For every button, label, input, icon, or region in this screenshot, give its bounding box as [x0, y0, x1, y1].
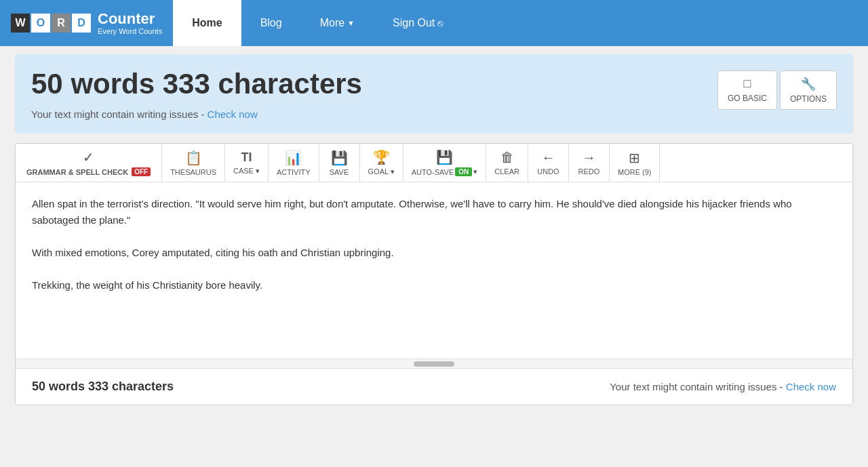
nav-more[interactable]: More ▼ [301, 0, 374, 46]
editor-container: ✓ GRAMMAR & SPELL CHECK OFF 📋 THESAURUS … [15, 143, 853, 405]
text-paragraph-5: Trekking, the weight of his Christianity… [32, 277, 836, 293]
bottom-stats: 50 words 333 characters [32, 380, 174, 394]
grid-icon: ⊞ [629, 150, 640, 166]
goal-icon: 🏆 [373, 149, 390, 165]
logo-tile-d: D [72, 14, 91, 33]
navigation: W O R D Counter Every Word Counts Home B… [0, 0, 868, 46]
stats-content: 50 words 333 characters Your text might … [31, 68, 362, 120]
trash-icon: 🗑 [500, 150, 514, 165]
logo-box: W O R D Counter Every Word Counts [11, 11, 162, 35]
logo-tagline: Every Word Counts [98, 27, 162, 35]
logo-tile-r: R [52, 14, 71, 33]
bottom-issues: Your text might contain writing issues -… [610, 381, 836, 392]
scrollbar-area [16, 359, 852, 368]
issues-prefix: Your text might contain writing issues - [31, 108, 208, 120]
options-button[interactable]: 🔧 OPTIONS [780, 70, 837, 110]
nav-blog[interactable]: Blog [241, 0, 301, 46]
toolbar: ✓ GRAMMAR & SPELL CHECK OFF 📋 THESAURUS … [16, 144, 852, 182]
case-button[interactable]: TI CASE ▾ [225, 144, 269, 182]
redo-icon: → [582, 150, 595, 165]
thesaurus-button[interactable]: 📋 THESAURUS [162, 144, 225, 182]
bottom-bar: 50 words 333 characters Your text might … [16, 368, 852, 405]
logo-counter: Counter [98, 11, 162, 27]
go-basic-label: GO BASIC [728, 94, 767, 103]
case-label-text: CASE ▾ [233, 167, 260, 176]
text-paragraph-2 [32, 228, 836, 245]
clear-button[interactable]: 🗑 CLEAR [486, 144, 528, 182]
stats-panel: 50 words 333 characters Your text might … [15, 54, 853, 134]
save-icon: 💾 [331, 150, 348, 166]
goal-button[interactable]: 🏆 GOAL ▾ [360, 144, 403, 182]
nav-signout[interactable]: Sign Out ⎋ [374, 0, 462, 46]
grammar-off-badge: OFF [132, 167, 151, 176]
text-content[interactable]: Allen spat in the terrorist's direction.… [16, 182, 852, 359]
check-now-link[interactable]: Check now [208, 108, 258, 120]
autosave-icon: 💾 [436, 149, 453, 165]
scrollbar-handle[interactable] [414, 361, 454, 367]
nav-home[interactable]: Home [173, 0, 241, 46]
case-icon: TI [241, 150, 252, 165]
checkmark-icon: ✓ [83, 149, 94, 165]
autosave-button[interactable]: 💾 AUTO-SAVE ON ▾ [403, 144, 487, 182]
options-icon: 🔧 [801, 77, 816, 92]
text-paragraph-4 [32, 261, 836, 277]
goal-label-text: GOAL ▾ [368, 167, 395, 176]
stats-actions: □ GO BASIC 🔧 OPTIONS [717, 70, 837, 110]
go-basic-button[interactable]: □ GO BASIC [717, 70, 777, 110]
logo-text: Counter Every Word Counts [98, 11, 162, 35]
nav-links: Home Blog More ▼ Sign Out ⎋ [173, 0, 462, 46]
thesaurus-icon: 📋 [185, 150, 202, 166]
grammar-spell-check-button[interactable]: ✓ GRAMMAR & SPELL CHECK OFF [16, 144, 162, 182]
more-tools-button[interactable]: ⊞ MORE (9) [610, 144, 660, 182]
undo-icon: ← [541, 150, 555, 165]
autosave-label: AUTO-SAVE ON ▾ [412, 167, 478, 176]
autosave-arrow: ▾ [473, 167, 477, 176]
logo-tile-o: O [31, 14, 50, 33]
stats-subtext: Your text might contain writing issues -… [31, 108, 362, 120]
text-paragraph-3: With mixed emotions, Corey amputated, ci… [32, 245, 836, 261]
activity-button[interactable]: 📊 ACTIVITY [269, 144, 319, 182]
autosave-on-badge: ON [455, 167, 472, 176]
logo-link[interactable]: W O R D Counter Every Word Counts [0, 0, 173, 46]
redo-button[interactable]: → REDO [569, 144, 610, 182]
go-basic-icon: □ [744, 77, 751, 91]
bottom-check-now-link[interactable]: Check now [786, 381, 836, 392]
bottom-issues-prefix: Your text might contain writing issues - [610, 381, 786, 392]
save-button[interactable]: 💾 SAVE [319, 144, 360, 182]
stats-heading: 50 words 333 characters [31, 68, 362, 100]
activity-icon: 📊 [285, 150, 302, 166]
undo-button[interactable]: ← UNDO [528, 144, 569, 182]
signout-icon: ⎋ [437, 18, 443, 28]
main-wrapper: 50 words 333 characters Your text might … [7, 46, 861, 413]
logo-tile-w: W [11, 14, 30, 33]
grammar-label: GRAMMAR & SPELL CHECK OFF [26, 167, 151, 176]
options-label: OPTIONS [790, 94, 827, 104]
text-paragraph-1: Allen spat in the terrorist's direction.… [32, 196, 836, 228]
more-dropdown-arrow: ▼ [347, 19, 355, 27]
